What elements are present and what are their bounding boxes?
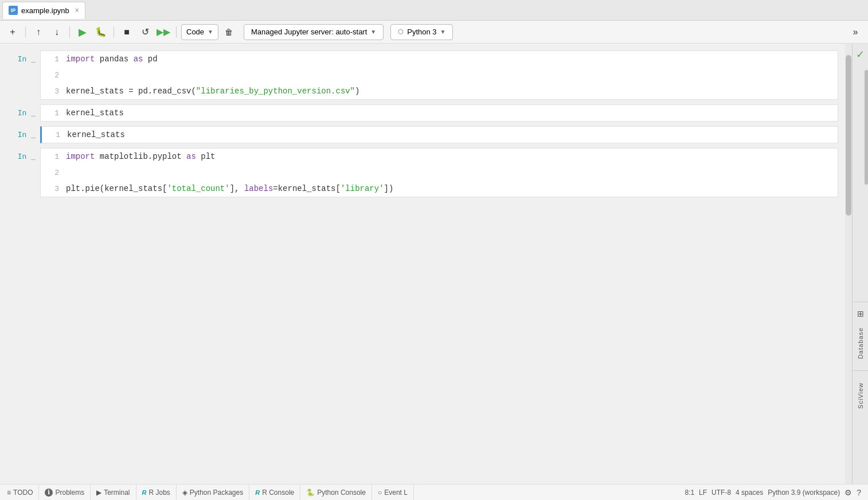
notebook-scrollbar[interactable] xyxy=(845,44,852,484)
right-sidebar: ✓ ⊞ Database SciView xyxy=(852,44,868,484)
check-icon[interactable]: ✓ xyxy=(856,48,865,61)
cell1-code1: import pandas as pd xyxy=(66,54,158,64)
server-chevron: ▼ xyxy=(370,29,376,35)
delete-button[interactable]: 🗑 xyxy=(221,24,237,40)
database-grid-icon[interactable]: ⊞ xyxy=(857,309,864,318)
indent-info: 4 spaces xyxy=(736,489,763,497)
status-bar: ≡ TODO ℹ Problems ▶ Terminal R R Jobs ◈ … xyxy=(0,484,868,500)
cursor-position: 8:1 xyxy=(685,489,694,497)
cell3-line1: 1 kernel_stats xyxy=(42,127,838,143)
event-label: Event L xyxy=(384,489,408,497)
terminal-label: Terminal xyxy=(104,489,130,497)
move-up-button[interactable]: ↑ xyxy=(30,24,46,40)
scrollbar-thumb[interactable] xyxy=(846,55,851,216)
pyconsole-panel[interactable]: 🐍 Python Console xyxy=(300,485,372,500)
cell1-linenum2: 2 xyxy=(48,71,59,80)
run-button[interactable]: ▶ xyxy=(75,24,91,40)
tab-icon-text: IP xyxy=(11,7,16,13)
cell3-label-area: In _ xyxy=(0,126,40,139)
cell2-code1: kernel_stats xyxy=(66,108,124,118)
packages-panel[interactable]: ◈ Python Packages xyxy=(177,485,249,500)
cell4-line1: 1 import matplotlib.pyplot as plt xyxy=(41,149,838,165)
notebook-scroll-area: In _ 1 import pandas as pd 2 xyxy=(0,44,852,484)
add-cell-button[interactable]: + xyxy=(5,24,21,40)
event-icon: ○ xyxy=(378,489,382,497)
help-icon[interactable]: ? xyxy=(857,488,861,497)
cell4-body[interactable]: 1 import matplotlib.pyplot as plt 2 3 xyxy=(40,148,838,197)
rjobs-label: R Jobs xyxy=(148,489,170,497)
sciview-area: SciView xyxy=(857,373,864,418)
right-scrollbar-thumb[interactable] xyxy=(865,70,868,185)
cell2-linenum1: 1 xyxy=(48,109,59,118)
debug-button[interactable]: 🐛 xyxy=(93,24,109,40)
python-chevron: ▼ xyxy=(440,29,446,35)
cell4-code2 xyxy=(66,168,71,177)
cell4-linenum2: 2 xyxy=(48,169,59,177)
cell4-in-label: In xyxy=(18,153,27,161)
cell4-label-area: In _ xyxy=(0,148,40,161)
cell2-body[interactable]: 1 kernel_stats xyxy=(40,104,838,122)
cell4-underscore: _ xyxy=(26,153,36,161)
terminal-panel[interactable]: ▶ Terminal xyxy=(91,485,136,500)
server-dropdown[interactable]: Managed Jupyter server: auto-start ▼ xyxy=(244,24,384,40)
toolbar-separator-4 xyxy=(176,26,177,38)
sidebar-divider-top xyxy=(853,302,868,302)
cell4-linenum1: 1 xyxy=(48,153,59,161)
problems-label: Problems xyxy=(55,489,84,497)
tab-icon: IP xyxy=(9,6,18,15)
cell1-label-area: In _ xyxy=(0,50,40,64)
run-all-button[interactable]: ▶▶ xyxy=(155,24,171,40)
pyconsole-icon: 🐍 xyxy=(306,489,315,497)
minimap-area xyxy=(853,70,868,299)
cell-type-dropdown[interactable]: Code ▼ xyxy=(181,24,218,40)
cell4-code1: import matplotlib.pyplot as plt xyxy=(66,152,215,161)
toolbar-separator-1 xyxy=(25,26,26,38)
cell3-body[interactable]: 1 kernel_stats xyxy=(40,126,838,143)
cell2-line1: 1 kernel_stats xyxy=(41,105,838,121)
cell1-body[interactable]: 1 import pandas as pd 2 3 k xyxy=(40,50,838,100)
rconsole-label: R Console xyxy=(262,489,294,497)
move-down-button[interactable]: ↓ xyxy=(49,24,65,40)
cell4-linenum3: 3 xyxy=(48,185,59,193)
sciview-label[interactable]: SciView xyxy=(857,378,864,413)
notebook-tab[interactable]: IP example.ipynb × xyxy=(2,2,85,19)
cell1-linenum3: 3 xyxy=(48,87,59,96)
toolbar: + ↑ ↓ ▶ 🐛 ■ ↺ ▶▶ Code ▼ 🗑 Managed Jupyte… xyxy=(0,21,868,44)
table-row: In _ 1 kernel_stats xyxy=(0,104,838,122)
stop-button[interactable]: ■ xyxy=(119,24,135,40)
cell2-label-area: In _ xyxy=(0,104,40,118)
cell1-line3: 3 kernel_stats = pd.read_csv("libraries_… xyxy=(41,83,838,99)
rconsole-panel[interactable]: R R Console xyxy=(249,485,300,500)
cell1-code3: kernel_stats = pd.read_csv("libraries_by… xyxy=(66,87,360,96)
cell3-in-label: In xyxy=(18,131,27,139)
cell3-underscore: _ xyxy=(26,131,36,139)
line-ending: LF xyxy=(699,489,707,497)
notebook: In _ 1 import pandas as pd 2 xyxy=(0,44,845,484)
database-label[interactable]: Database xyxy=(857,323,864,364)
restart-button[interactable]: ↺ xyxy=(137,24,153,40)
python-version: Python 3.9 (workspace) xyxy=(768,489,840,497)
pyconsole-label: Python Console xyxy=(317,489,366,497)
problems-panel[interactable]: ℹ Problems xyxy=(39,485,91,500)
sidebar-divider-bottom xyxy=(853,370,868,371)
tab-close-button[interactable]: × xyxy=(75,6,79,14)
more-button[interactable]: » xyxy=(847,24,863,40)
cell3-linenum1: 1 xyxy=(49,131,60,139)
cell4-line2: 2 xyxy=(41,165,838,181)
cell2-underscore: _ xyxy=(26,109,36,118)
rjobs-panel[interactable]: R R Jobs xyxy=(136,485,177,500)
problems-icon: ℹ xyxy=(45,489,53,497)
python-dropdown[interactable]: ⬡ Python 3 ▼ xyxy=(390,24,453,40)
packages-label: Python Packages xyxy=(190,489,243,497)
cell1-linenum1: 1 xyxy=(48,55,59,64)
toolbar-separator-3 xyxy=(114,26,114,38)
python-label: Python 3 xyxy=(407,28,436,36)
todo-panel[interactable]: ≡ TODO xyxy=(7,485,39,500)
cell1-in-label: In xyxy=(18,55,27,64)
todo-icon: ≡ xyxy=(7,489,11,497)
toolbar-separator-2 xyxy=(69,26,70,38)
event-panel[interactable]: ○ Event L xyxy=(372,485,414,500)
cell4-line3: 3 plt.pie(kernel_stats['total_count'], l… xyxy=(41,181,838,197)
cell1-underscore: _ xyxy=(26,55,36,64)
settings-icon[interactable]: ⚙ xyxy=(844,488,852,497)
